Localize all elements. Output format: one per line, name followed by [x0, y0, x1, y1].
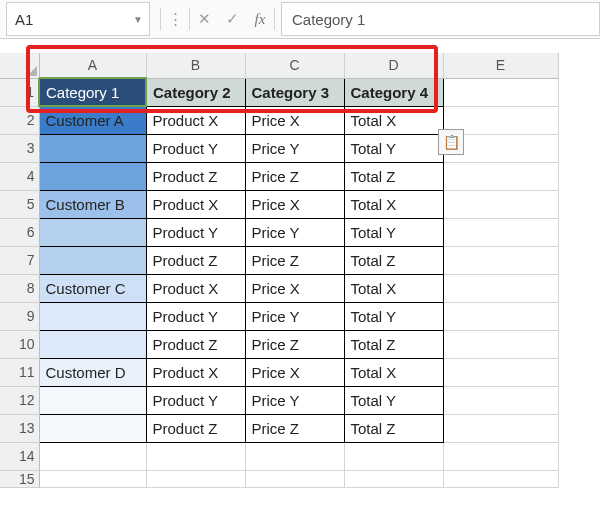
- row-header-1[interactable]: 1: [0, 78, 39, 106]
- cell-E13[interactable]: [443, 414, 558, 442]
- row-header-9[interactable]: 9: [0, 302, 39, 330]
- cell-D13[interactable]: Total Z: [344, 414, 443, 442]
- cell-C13[interactable]: Price Z: [245, 414, 344, 442]
- cell-B7[interactable]: Product Z: [146, 246, 245, 274]
- cell-D11[interactable]: Total X: [344, 358, 443, 386]
- cell-D12[interactable]: Total Y: [344, 386, 443, 414]
- cell-B15[interactable]: [146, 470, 245, 487]
- cell-B14[interactable]: [146, 442, 245, 470]
- cell-E1[interactable]: [443, 78, 558, 106]
- cancel-icon[interactable]: ✕: [190, 10, 218, 28]
- row-header-13[interactable]: 13: [0, 414, 39, 442]
- cell-E12[interactable]: [443, 386, 558, 414]
- row-header-3[interactable]: 3: [0, 134, 39, 162]
- col-header-B[interactable]: B: [146, 53, 245, 78]
- cell-B6[interactable]: Product Y: [146, 218, 245, 246]
- cell-D6[interactable]: Total Y: [344, 218, 443, 246]
- row-header-6[interactable]: 6: [0, 218, 39, 246]
- row-header-2[interactable]: 2: [0, 106, 39, 134]
- cell-C15[interactable]: [245, 470, 344, 487]
- cell-D7[interactable]: Total Z: [344, 246, 443, 274]
- cell-A4[interactable]: [39, 162, 146, 190]
- cell-C12[interactable]: Price Y: [245, 386, 344, 414]
- cell-B9[interactable]: Product Y: [146, 302, 245, 330]
- cell-E7[interactable]: [443, 246, 558, 274]
- cell-B3[interactable]: Product Y: [146, 134, 245, 162]
- cell-E9[interactable]: [443, 302, 558, 330]
- row-header-11[interactable]: 11: [0, 358, 39, 386]
- cell-E15[interactable]: [443, 470, 558, 487]
- cell-D5[interactable]: Total X: [344, 190, 443, 218]
- cell-C5[interactable]: Price X: [245, 190, 344, 218]
- cell-A15[interactable]: [39, 470, 146, 487]
- cell-B1[interactable]: Category 2: [146, 78, 245, 106]
- row-header-4[interactable]: 4: [0, 162, 39, 190]
- cell-A3[interactable]: [39, 134, 146, 162]
- cell-C10[interactable]: Price Z: [245, 330, 344, 358]
- cell-D14[interactable]: [344, 442, 443, 470]
- cell-A2[interactable]: Customer A: [39, 106, 146, 134]
- cell-D10[interactable]: Total Z: [344, 330, 443, 358]
- col-header-C[interactable]: C: [245, 53, 344, 78]
- cell-C11[interactable]: Price X: [245, 358, 344, 386]
- cell-B8[interactable]: Product X: [146, 274, 245, 302]
- col-header-D[interactable]: D: [344, 53, 443, 78]
- cell-C14[interactable]: [245, 442, 344, 470]
- row-header-8[interactable]: 8: [0, 274, 39, 302]
- name-box[interactable]: A1 ▼: [6, 2, 150, 36]
- cell-B11[interactable]: Product X: [146, 358, 245, 386]
- cell-D4[interactable]: Total Z: [344, 162, 443, 190]
- select-all-corner[interactable]: [0, 53, 39, 78]
- cell-D1[interactable]: Category 4: [344, 78, 443, 106]
- cell-E5[interactable]: [443, 190, 558, 218]
- cell-B4[interactable]: Product Z: [146, 162, 245, 190]
- cell-D8[interactable]: Total X: [344, 274, 443, 302]
- cell-C9[interactable]: Price Y: [245, 302, 344, 330]
- cell-E14[interactable]: [443, 442, 558, 470]
- col-header-E[interactable]: E: [443, 53, 558, 78]
- cell-E10[interactable]: [443, 330, 558, 358]
- cell-C6[interactable]: Price Y: [245, 218, 344, 246]
- confirm-icon[interactable]: ✓: [218, 10, 246, 28]
- cell-A1[interactable]: Category 1: [39, 78, 146, 106]
- cell-B10[interactable]: Product Z: [146, 330, 245, 358]
- cell-A10[interactable]: [39, 330, 146, 358]
- row-header-7[interactable]: 7: [0, 246, 39, 274]
- cell-B2[interactable]: Product X: [146, 106, 245, 134]
- cell-A5[interactable]: Customer B: [39, 190, 146, 218]
- cell-C2[interactable]: Price X: [245, 106, 344, 134]
- cell-E6[interactable]: [443, 218, 558, 246]
- cell-B5[interactable]: Product X: [146, 190, 245, 218]
- more-icon[interactable]: ⋮: [161, 10, 189, 28]
- paste-options-icon[interactable]: 📋: [438, 129, 464, 155]
- cell-C3[interactable]: Price Y: [245, 134, 344, 162]
- cell-C7[interactable]: Price Z: [245, 246, 344, 274]
- cell-A9[interactable]: [39, 302, 146, 330]
- cell-C1[interactable]: Category 3: [245, 78, 344, 106]
- cell-A6[interactable]: [39, 218, 146, 246]
- col-header-A[interactable]: A: [39, 53, 146, 78]
- formula-input[interactable]: Category 1: [281, 2, 600, 36]
- cell-A14[interactable]: [39, 442, 146, 470]
- cell-D9[interactable]: Total Y: [344, 302, 443, 330]
- cell-D2[interactable]: Total X: [344, 106, 443, 134]
- row-header-5[interactable]: 5: [0, 190, 39, 218]
- cell-A13[interactable]: [39, 414, 146, 442]
- cell-C8[interactable]: Price X: [245, 274, 344, 302]
- cell-B12[interactable]: Product Y: [146, 386, 245, 414]
- row-header-15[interactable]: 15: [0, 470, 39, 487]
- fx-icon[interactable]: fx: [246, 11, 274, 28]
- cell-E11[interactable]: [443, 358, 558, 386]
- cell-A11[interactable]: Customer D: [39, 358, 146, 386]
- cell-D15[interactable]: [344, 470, 443, 487]
- spreadsheet-grid[interactable]: A B C D E 1 Category 1 Category 2 Catego…: [0, 53, 559, 488]
- cell-E4[interactable]: [443, 162, 558, 190]
- row-header-10[interactable]: 10: [0, 330, 39, 358]
- cell-C4[interactable]: Price Z: [245, 162, 344, 190]
- row-header-14[interactable]: 14: [0, 442, 39, 470]
- cell-E8[interactable]: [443, 274, 558, 302]
- row-header-12[interactable]: 12: [0, 386, 39, 414]
- cell-A8[interactable]: Customer C: [39, 274, 146, 302]
- cell-A12[interactable]: [39, 386, 146, 414]
- cell-B13[interactable]: Product Z: [146, 414, 245, 442]
